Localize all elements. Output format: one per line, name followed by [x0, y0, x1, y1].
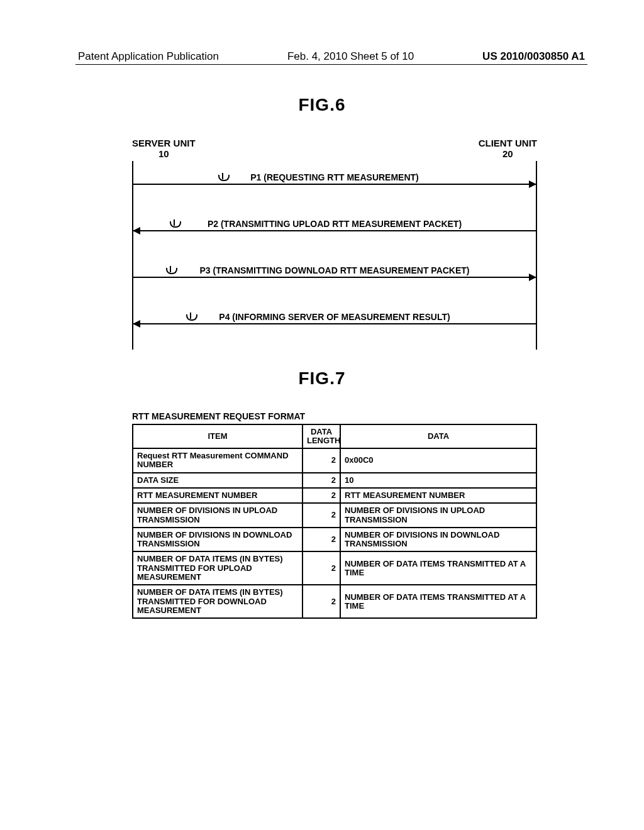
msg-p2-text: P2 (TRANSMITTING UPLOAD RTT MEASUREMENT … — [132, 219, 537, 229]
table-row: DATA SIZE 2 10 — [133, 473, 536, 488]
cell-item: NUMBER OF DATA ITEMS (IN BYTES) TRANSMIT… — [133, 585, 303, 618]
table-row: NUMBER OF DATA ITEMS (IN BYTES) TRANSMIT… — [133, 585, 536, 618]
table-row: NUMBER OF DIVISIONS IN DOWNLOAD TRANSMIS… — [133, 528, 536, 552]
cell-len: 2 — [303, 503, 340, 528]
table-row: NUMBER OF DATA ITEMS (IN BYTES) TRANSMIT… — [133, 551, 536, 585]
table-wrap: RTT MEASUREMENT REQUEST FORMAT ITEM DATA… — [132, 411, 537, 619]
cell-len: 2 — [303, 585, 340, 618]
col-len: DATA LENGTH — [303, 424, 340, 449]
cell-item: NUMBER OF DIVISIONS IN UPLOAD TRANSMISSI… — [133, 503, 303, 528]
cell-item: Request RTT Measurement COMMAND NUMBER — [133, 448, 303, 473]
server-num: 10 — [132, 148, 196, 159]
cell-item: RTT MEASUREMENT NUMBER — [133, 488, 303, 503]
cell-len: 2 — [303, 448, 340, 473]
table-header-row: ITEM DATA LENGTH DATA — [133, 424, 536, 449]
cell-len: 2 — [303, 488, 340, 503]
fig6-title: FIG.6 — [38, 95, 606, 115]
server-label: SERVER UNIT — [132, 138, 196, 148]
msg-p4: P4 (INFORMING SERVER OF MEASUREMENT RESU… — [132, 312, 537, 324]
cell-len: 2 — [303, 473, 340, 488]
format-table: ITEM DATA LENGTH DATA Request RTT Measur… — [132, 424, 537, 619]
client-label: CLIENT UNIT — [479, 138, 537, 148]
table-row: Request RTT Measurement COMMAND NUMBER 2… — [133, 448, 536, 473]
header-center: Feb. 4, 2010 Sheet 5 of 10 — [287, 50, 414, 63]
cell-item: DATA SIZE — [133, 473, 303, 488]
cell-data: 0x00C0 — [340, 448, 536, 473]
cell-data: NUMBER OF DATA ITEMS TRANSMITTED AT A TI… — [340, 585, 536, 618]
sequence-box: P1 (REQUESTING RTT MEASUREMENT) P2 (TRAN… — [132, 161, 537, 350]
cell-data: RTT MEASUREMENT NUMBER — [340, 488, 536, 503]
fig7-title: FIG.7 — [38, 368, 606, 389]
header-left: Patent Application Publication — [78, 50, 219, 63]
server-label-group: SERVER UNIT 10 — [132, 138, 196, 160]
msg-p3-text: P3 (TRANSMITTING DOWNLOAD RTT MEASUREMEN… — [132, 265, 537, 275]
col-item: ITEM — [133, 424, 303, 449]
col-data: DATA — [340, 424, 536, 449]
cell-data: NUMBER OF DATA ITEMS TRANSMITTED AT A TI… — [340, 551, 536, 585]
cell-len: 2 — [303, 551, 340, 585]
cell-data: NUMBER OF DIVISIONS IN UPLOAD TRANSMISSI… — [340, 503, 536, 528]
client-num: 20 — [479, 148, 537, 159]
msg-p3: P3 (TRANSMITTING DOWNLOAD RTT MEASUREMEN… — [132, 265, 537, 278]
cell-item: NUMBER OF DATA ITEMS (IN BYTES) TRANSMIT… — [133, 551, 303, 585]
cell-data: NUMBER OF DIVISIONS IN DOWNLOAD TRANSMIS… — [340, 528, 536, 552]
sequence-diagram: SERVER UNIT 10 CLIENT UNIT 20 P1 (REQUES… — [132, 138, 537, 350]
header-right: US 2010/0030850 A1 — [482, 50, 585, 63]
table-caption: RTT MEASUREMENT REQUEST FORMAT — [132, 411, 537, 421]
cell-len: 2 — [303, 528, 340, 552]
client-label-group: CLIENT UNIT 20 — [479, 138, 537, 160]
patent-page: Patent Application Publication Feb. 4, 2… — [0, 0, 644, 830]
msg-p1: P1 (REQUESTING RTT MEASUREMENT) — [132, 172, 537, 185]
cell-data: 10 — [340, 473, 536, 488]
table-row: RTT MEASUREMENT NUMBER 2 RTT MEASUREMENT… — [133, 488, 536, 503]
msg-p2: P2 (TRANSMITTING UPLOAD RTT MEASUREMENT … — [132, 219, 537, 231]
msg-p1-text: P1 (REQUESTING RTT MEASUREMENT) — [132, 172, 537, 182]
table-row: NUMBER OF DIVISIONS IN UPLOAD TRANSMISSI… — [133, 503, 536, 528]
cell-item: NUMBER OF DIVISIONS IN DOWNLOAD TRANSMIS… — [133, 528, 303, 552]
page-header: Patent Application Publication Feb. 4, 2… — [75, 50, 587, 65]
